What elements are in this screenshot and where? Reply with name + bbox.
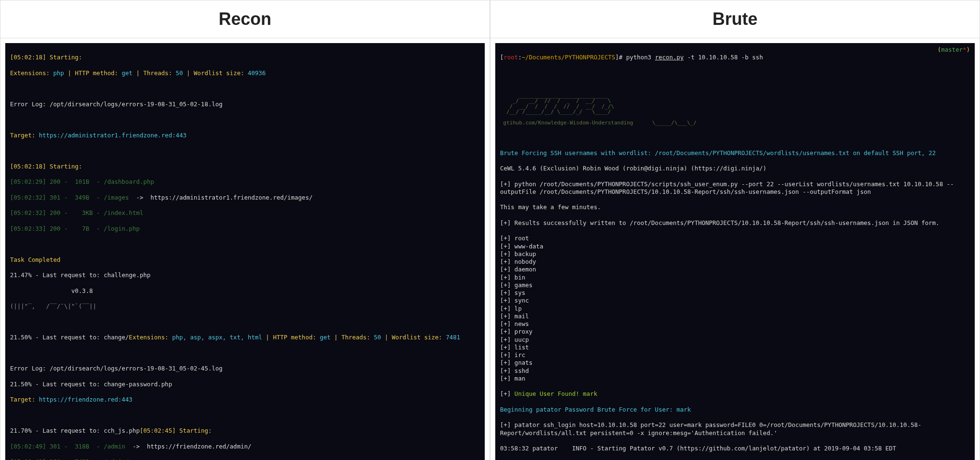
user-item: [+] uucp: [500, 336, 970, 344]
panel-recon: Recon [05:02:18] Starting: Extensions: p…: [0, 0, 490, 460]
git-branch: master: [941, 46, 963, 53]
user-item: [+] proxy: [500, 328, 970, 336]
ext-label: Extensions:: [10, 69, 53, 77]
patator-line: 03:58:32 patator INFO - Starting Patator…: [500, 445, 970, 452]
result-time: [05:02:29]: [10, 178, 46, 185]
panel-brute: Brute [root:~/Documents/PYTHONPROJECTS]#…: [490, 0, 980, 460]
user-item: [+] nobody: [500, 258, 970, 266]
threads-label: Threads:: [143, 69, 176, 77]
cewl-line: CeWL 5.4.6 (Exclusion) Robin Wood (robin…: [500, 165, 970, 172]
python-command: [+] python /root/Documents/PYTHONPROJECT…: [500, 180, 970, 196]
user-item: [+] daemon: [500, 266, 970, 273]
target-url-1: https://administrator1.friendzone.red:44…: [39, 132, 187, 139]
terminal-brute[interactable]: [root:~/Documents/PYTHONPROJECTS]# pytho…: [495, 43, 975, 460]
starting-label: Starting:: [50, 54, 82, 61]
cmd-script: recon.py: [655, 54, 684, 61]
user-item: [+] sys: [500, 289, 970, 297]
begin-brute: Beginning patator Password Brute Force f…: [500, 406, 970, 414]
start-time-2: [05:02:18]: [10, 163, 50, 170]
panel-title-brute: Brute: [490, 0, 980, 38]
wait-msg: This may take a few minutes.: [500, 203, 970, 211]
user-item: [+] sync: [500, 297, 970, 304]
task-completed: Task Completed: [10, 256, 480, 264]
user-item: [+] root: [500, 235, 970, 242]
user-item: [+] lp: [500, 305, 970, 313]
target-url-2: https://friendzone.red:443: [39, 396, 133, 403]
threads-val: 50: [176, 69, 183, 77]
user-item: [+] news: [500, 320, 970, 328]
ascii-art: ____________________________ _/ __/ // /…: [500, 93, 970, 126]
user-item: [+] irc: [500, 351, 970, 359]
user-item: [+] games: [500, 281, 970, 289]
prompt-user: root: [504, 54, 518, 61]
wl-label: Wordlist size:: [194, 69, 248, 77]
user-item: [+] bin: [500, 274, 970, 281]
panel-title-recon: Recon: [0, 0, 490, 38]
user-item: [+] backup: [500, 250, 970, 258]
result-path: /dashboard.php: [104, 178, 154, 185]
http-val: get: [122, 69, 133, 77]
user-item: [+] www-data: [500, 243, 970, 250]
dirsearch-ascii: (|||"‾, /‾‾/¯\|"`(‾‾||: [10, 303, 480, 310]
terminal-wrap-recon: [05:02:18] Starting: Extensions: php | H…: [0, 38, 490, 460]
start-time: [05:02:18]: [10, 54, 50, 61]
wl-val: 40936: [248, 69, 266, 77]
patator-command: [+] patator ssh_login host=10.10.10.58 p…: [500, 421, 970, 437]
user-item: [+] gnats: [500, 359, 970, 367]
ext-val: php: [53, 69, 64, 77]
version: v0.3.8: [10, 287, 480, 295]
user-item: [+] sshd: [500, 367, 970, 375]
prompt-cwd: ~/Documents/PYTHONPROJECTS: [522, 54, 615, 61]
user-item: [+] list: [500, 344, 970, 351]
error-log-2: Error Log: /opt/dirsearch/logs/errors-19…: [10, 365, 480, 372]
terminal-wrap-brute: [root:~/Documents/PYTHONPROJECTS]# pytho…: [490, 38, 980, 460]
results-line: [+] Results successfully written to /roo…: [500, 219, 970, 227]
last-request: 21.47% - Last request to: challenge.php: [10, 271, 480, 279]
cmd-args: -t 10.10.10.58 -b ssh: [684, 54, 763, 61]
error-log-1: Error Log: /opt/dirsearch/logs/errors-19…: [10, 101, 480, 108]
brute-force-header: Brute Forcing SSH usernames with wordlis…: [500, 149, 970, 157]
http-label: HTTP method:: [75, 69, 122, 77]
unique-user: Unique User Found! mark: [514, 390, 597, 397]
target-label: Target:: [10, 132, 39, 139]
user-item: [+] mail: [500, 313, 970, 320]
user-list: [+] root[+] www-data[+] backup[+] nobody…: [500, 235, 970, 382]
user-item: [+] man: [500, 375, 970, 382]
terminal-recon[interactable]: [05:02:18] Starting: Extensions: php | H…: [5, 43, 485, 460]
layout: Recon [05:02:18] Starting: Extensions: p…: [0, 0, 980, 460]
